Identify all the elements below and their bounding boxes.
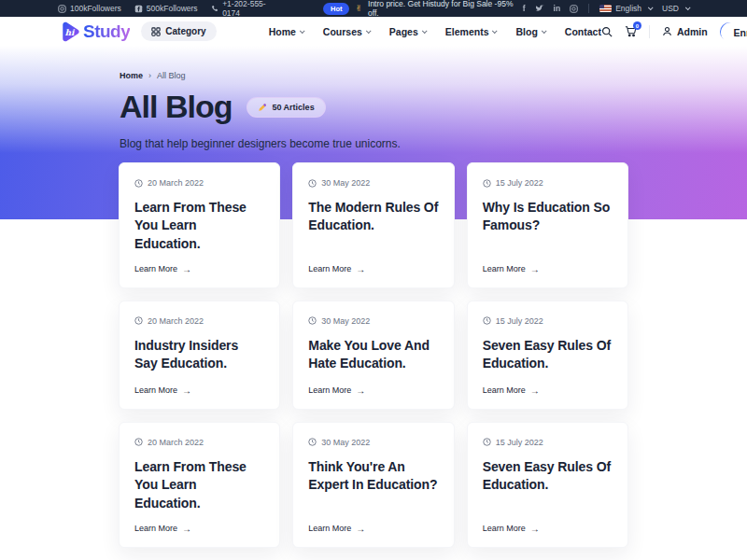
arrow-right-icon: → xyxy=(356,264,365,274)
learn-more-link[interactable]: Learn More → xyxy=(308,374,438,396)
divider xyxy=(588,4,589,13)
hot-badge: Hot xyxy=(323,3,350,15)
blog-card[interactable]: 20 March 2022 Learn From These You Learn… xyxy=(119,162,280,288)
clock-icon xyxy=(483,179,491,188)
learn-more-link[interactable]: Learn More → xyxy=(308,253,438,274)
language-selector[interactable]: English xyxy=(599,4,652,13)
twitter-social-icon[interactable] xyxy=(535,5,544,13)
post-title[interactable]: Seven Easy Rules Of Education. xyxy=(483,458,613,495)
nav-item-blog[interactable]: Blog xyxy=(515,26,544,37)
post-title[interactable]: Why Is Education So Famous? xyxy=(483,199,613,235)
cart-count-badge: 0 xyxy=(633,21,641,30)
post-title[interactable]: Seven Easy Rules Of Education. xyxy=(483,337,613,373)
learn-more-link[interactable]: Learn More → xyxy=(134,512,264,534)
blog-card[interactable]: 30 May 2022 Think You're An Expert In Ed… xyxy=(292,422,454,548)
blog-card[interactable]: 30 May 2022 Make You Love And Hate Educa… xyxy=(292,301,454,410)
breadcrumb: Home › All Blog xyxy=(120,71,627,80)
articles-count-badge: 50 Articles xyxy=(247,97,325,118)
arrow-right-icon: → xyxy=(530,524,540,534)
enroll-now-button[interactable]: Enroll Now xyxy=(720,22,747,41)
post-date: 30 May 2022 xyxy=(308,178,438,188)
arrow-right-icon: → xyxy=(182,264,191,274)
nav-item-courses[interactable]: Courses xyxy=(323,26,370,37)
clock-icon xyxy=(308,316,317,325)
blog-card[interactable]: 15 July 2022 Seven Easy Rules Of Educati… xyxy=(467,301,628,410)
articles-count-label: 50 Articles xyxy=(272,103,314,112)
blog-card[interactable]: 15 July 2022 Why Is Education So Famous?… xyxy=(467,162,628,288)
post-title[interactable]: Think You're An Expert In Education? xyxy=(308,458,438,495)
post-date: 30 May 2022 xyxy=(308,316,438,326)
phone-number[interactable]: +1-202-555-0174 xyxy=(211,0,280,18)
instagram-followers[interactable]: 100kFollowers xyxy=(58,4,121,13)
chevron-down-icon xyxy=(648,5,654,10)
nav-item-contact[interactable]: Contact xyxy=(565,26,601,37)
arrow-right-icon: → xyxy=(356,524,365,534)
clock-icon xyxy=(134,316,143,325)
chevron-down-icon xyxy=(492,28,498,34)
category-label: Category xyxy=(165,26,205,36)
post-title[interactable]: Make You Love And Hate Education. xyxy=(308,337,438,373)
divider xyxy=(649,25,650,38)
learn-more-link[interactable]: Learn More → xyxy=(308,512,438,534)
search-icon xyxy=(601,26,613,37)
blog-grid: 20 March 2022 Learn From These You Learn… xyxy=(119,162,628,548)
chevron-down-icon xyxy=(542,28,547,34)
instagram-social-icon[interactable] xyxy=(570,5,578,13)
logo-play-icon: hi xyxy=(58,21,80,43)
post-title[interactable]: Learn From These You Learn Education. xyxy=(134,458,264,512)
clock-icon xyxy=(483,438,491,446)
learn-more-link[interactable]: Learn More → xyxy=(134,374,264,396)
blog-card[interactable]: 30 May 2022 The Modern Rules Of Educatio… xyxy=(292,162,454,288)
hand-emoji-icon: ✌ xyxy=(355,4,362,13)
learn-more-link[interactable]: Learn More → xyxy=(483,374,613,396)
us-flag-icon xyxy=(599,5,612,12)
post-title[interactable]: Learn From These You Learn Education. xyxy=(134,199,264,253)
learn-more-link[interactable]: Learn More → xyxy=(483,253,613,274)
facebook-followers[interactable]: 500kFollowers xyxy=(134,4,198,13)
blog-card[interactable]: 20 March 2022 Learn From These You Learn… xyxy=(119,422,280,548)
logo[interactable]: hi Study xyxy=(58,21,130,43)
post-date: 20 March 2022 xyxy=(134,178,264,188)
chevron-down-icon xyxy=(422,28,428,34)
nav-item-home[interactable]: Home xyxy=(269,26,303,37)
post-date: 15 July 2022 xyxy=(483,178,613,188)
main-nav: Home Courses Pages Elements Blog Contact xyxy=(269,26,601,37)
post-title[interactable]: Industry Insiders Say Education. xyxy=(134,337,264,373)
facebook-social-icon[interactable]: f xyxy=(523,4,526,13)
learn-more-link[interactable]: Learn More → xyxy=(483,512,613,534)
svg-text:hi: hi xyxy=(65,27,77,36)
currency-selector[interactable]: USD xyxy=(662,4,689,13)
chevron-down-icon xyxy=(685,5,691,10)
instagram-icon xyxy=(58,5,66,13)
phone-icon xyxy=(211,5,219,13)
grid-icon xyxy=(151,27,161,36)
linkedin-social-icon[interactable]: in xyxy=(554,4,561,13)
blog-card[interactable]: 20 March 2022 Industry Insiders Say Educ… xyxy=(119,301,280,410)
category-button[interactable]: Category xyxy=(141,21,216,41)
cart-button[interactable]: 0 xyxy=(625,25,637,37)
language-label: English xyxy=(615,4,641,13)
post-date: 30 May 2022 xyxy=(308,438,438,447)
chevron-down-icon xyxy=(300,28,305,34)
nav-item-elements[interactable]: Elements xyxy=(445,26,497,37)
clock-icon xyxy=(308,179,317,188)
clock-icon xyxy=(134,438,143,446)
phone-label: +1-202-555-0174 xyxy=(222,0,280,18)
breadcrumb-home-link[interactable]: Home xyxy=(120,71,143,80)
topbar: 100kFollowers 500kFollowers +1-202-555-0… xyxy=(0,0,747,17)
post-date: 20 March 2022 xyxy=(134,316,264,326)
admin-label: Admin xyxy=(677,26,708,37)
currency-label: USD xyxy=(662,4,679,13)
followers-count: 100kFollowers xyxy=(70,4,121,13)
blog-card[interactable]: 15 July 2022 Seven Easy Rules Of Educati… xyxy=(467,422,628,548)
nav-item-pages[interactable]: Pages xyxy=(389,26,426,37)
search-button[interactable] xyxy=(601,26,613,37)
arrow-right-icon: → xyxy=(182,385,191,396)
clock-icon xyxy=(483,316,491,325)
post-title[interactable]: The Modern Rules Of Education. xyxy=(308,199,438,235)
admin-account[interactable]: Admin xyxy=(662,26,708,37)
post-date: 20 March 2022 xyxy=(134,438,264,447)
page-title: All Blog xyxy=(120,89,232,125)
learn-more-link[interactable]: Learn More → xyxy=(134,253,264,274)
main-header: hi Study Category Home Courses Pages Ele… xyxy=(0,17,747,46)
